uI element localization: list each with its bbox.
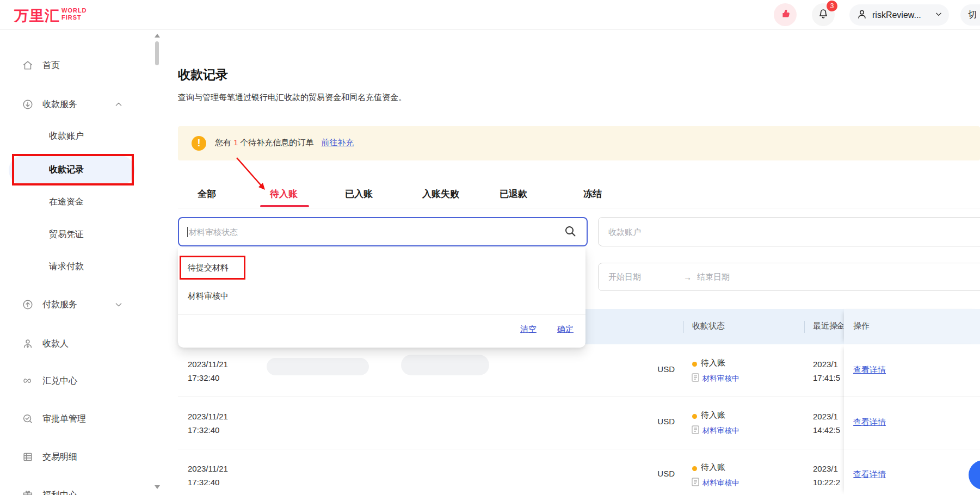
pinned-action-column: 查看详情 查看详情 查看详情	[844, 344, 980, 495]
column-divider	[683, 321, 684, 333]
logo-en: WORLD FIRST	[61, 7, 87, 21]
transaction-date: 2023/11/21	[188, 357, 228, 371]
sidebar-scroll-up-arrow[interactable]	[155, 34, 160, 38]
recent-action-date: 2023/1	[813, 357, 840, 371]
transaction-date: 2023/11/21	[188, 462, 228, 475]
sidebar-item-label: 收款服务	[42, 99, 77, 110]
top-header: 万里汇 WORLD FIRST 3	[0, 0, 980, 30]
search-check-icon	[22, 413, 34, 425]
sidebar-item-home[interactable]: 首页	[0, 56, 141, 75]
banner-prefix: 您有	[215, 138, 231, 147]
banner-link[interactable]: 前往补充	[321, 138, 354, 147]
sidebar-item-label: 请求付款	[49, 261, 84, 273]
receive-account-input[interactable]	[598, 217, 980, 246]
user-name: riskReview...	[872, 10, 921, 20]
dropdown-option-pending-materials[interactable]: 待提交材料	[188, 263, 229, 273]
currency-cell: USD	[626, 417, 675, 426]
sidebar-item-label: 收款记录	[49, 164, 84, 176]
switch-account-button[interactable]: 切	[960, 4, 980, 26]
sidebar-scroll-down-arrow[interactable]	[155, 485, 160, 489]
banner-count: 1	[231, 138, 240, 147]
sidebar-item-approval-management[interactable]: 审批单管理	[0, 410, 141, 428]
tab-credited[interactable]: 已入账	[345, 188, 373, 200]
user-menu[interactable]: riskReview...	[849, 4, 949, 26]
sidebar-item-label: 审批单管理	[42, 413, 86, 425]
tab-pending-credit[interactable]: 待入账	[270, 188, 298, 200]
sidebar-item-receive-services[interactable]: 收款服务	[0, 95, 141, 114]
redacted-field	[267, 358, 369, 375]
confirm-button[interactable]: 确定	[557, 324, 574, 335]
sidebar-item-transaction-details[interactable]: 交易明细	[0, 448, 141, 466]
home-icon	[22, 59, 34, 71]
recent-action-time: 17:41:5	[813, 371, 840, 385]
status-label: 待入账	[701, 462, 725, 473]
sub-status-label: 材料审核中	[702, 478, 739, 488]
transaction-date-cell: 2023/11/21 17:32:40	[188, 410, 228, 437]
document-icon	[692, 373, 699, 382]
thumbs-up-icon	[779, 8, 791, 22]
sidebar-item-label: 付款服务	[42, 299, 77, 311]
receive-circle-down-icon	[22, 98, 34, 110]
feedback-button[interactable]	[774, 3, 797, 26]
sidebar-item-trade-documents[interactable]: 贸易凭证	[0, 225, 141, 244]
sidebar-item-label: 收款人	[42, 338, 69, 350]
column-header-status: 收款状态	[692, 321, 725, 331]
view-details-link[interactable]: 查看详情	[853, 469, 886, 480]
status-label: 待入账	[701, 410, 725, 420]
sidebar-item-label: 福利中心	[42, 490, 77, 495]
banner-suffix: 个待补充信息的订单	[240, 138, 313, 147]
view-details-link[interactable]: 查看详情	[853, 417, 886, 428]
column-divider	[804, 321, 805, 333]
document-icon	[692, 478, 699, 486]
currency-cell: USD	[626, 364, 675, 374]
tab-credit-failed[interactable]: 入账失败	[422, 188, 459, 200]
sidebar-item-payment-services[interactable]: 付款服务	[0, 295, 141, 314]
tab-frozen[interactable]: 冻结	[583, 188, 602, 200]
tab-refunded[interactable]: 已退款	[500, 188, 527, 200]
chevron-up-icon	[114, 100, 123, 109]
logo-cn: 万里汇	[14, 6, 60, 26]
notification-badge: 3	[827, 1, 837, 11]
transaction-time: 17:32:40	[188, 371, 228, 385]
date-range-arrow-icon: →	[683, 273, 692, 282]
payee-person-icon	[22, 338, 34, 350]
dropdown-divider	[178, 314, 585, 315]
recent-action-time-cell: 2023/1 10:22:2	[813, 462, 840, 489]
status-label: 待入账	[701, 358, 725, 368]
date-range-input[interactable]: 开始日期 → 结束日期	[598, 263, 980, 291]
sub-status-label: 材料审核中	[702, 426, 739, 436]
transaction-date-cell: 2023/11/21 17:32:40	[188, 462, 228, 489]
dropdown-option-materials-under-review[interactable]: 材料审核中	[188, 291, 229, 301]
column-header-recent-action-time: 最近操	[813, 321, 837, 331]
sidebar-item-request-payment[interactable]: 请求付款	[0, 257, 141, 276]
sidebar-item-benefits-center[interactable]: 福利中心	[0, 486, 141, 495]
sidebar-item-receive-accounts[interactable]: 收款账户	[0, 127, 141, 145]
row-divider	[844, 397, 980, 397]
status-dot-icon	[692, 362, 697, 367]
sidebar-item-funds-in-transit[interactable]: 在途资金	[0, 193, 141, 211]
sidebar-scrollbar-thumb[interactable]	[155, 41, 159, 65]
recent-action-date: 2023/1	[813, 462, 840, 475]
sidebar-item-receive-records[interactable]: 收款记录	[0, 160, 141, 179]
recent-action-time-cell: 2023/1 17:41:5	[813, 357, 840, 385]
clear-button[interactable]: 清空	[520, 324, 537, 335]
sidebar-item-label: 贸易凭证	[49, 229, 84, 240]
tab-all[interactable]: 全部	[198, 188, 216, 200]
recent-action-time-cell: 2023/1 14:42:5	[813, 410, 840, 437]
view-details-link[interactable]: 查看详情	[853, 365, 886, 375]
text-caret	[187, 227, 188, 237]
exchange-infinity-icon	[22, 375, 34, 387]
material-review-status-input[interactable]	[178, 217, 588, 246]
start-date-placeholder: 开始日期	[608, 272, 641, 282]
transaction-date-cell: 2023/11/21 17:32:40	[188, 357, 228, 385]
banner-text: 您有1个待补充信息的订单前往补充	[215, 138, 354, 148]
sidebar-item-fx-center[interactable]: 汇兑中心	[0, 372, 141, 390]
sidebar-item-payees[interactable]: 收款人	[0, 335, 141, 353]
pay-circle-up-icon	[22, 299, 34, 311]
sidebar-item-label: 汇兑中心	[42, 375, 77, 387]
gift-icon	[22, 489, 34, 495]
currency-cell: USD	[626, 469, 675, 478]
recent-action-time: 14:42:5	[813, 423, 840, 437]
recent-action-date: 2023/1	[813, 410, 840, 423]
warning-icon: !	[192, 136, 206, 151]
